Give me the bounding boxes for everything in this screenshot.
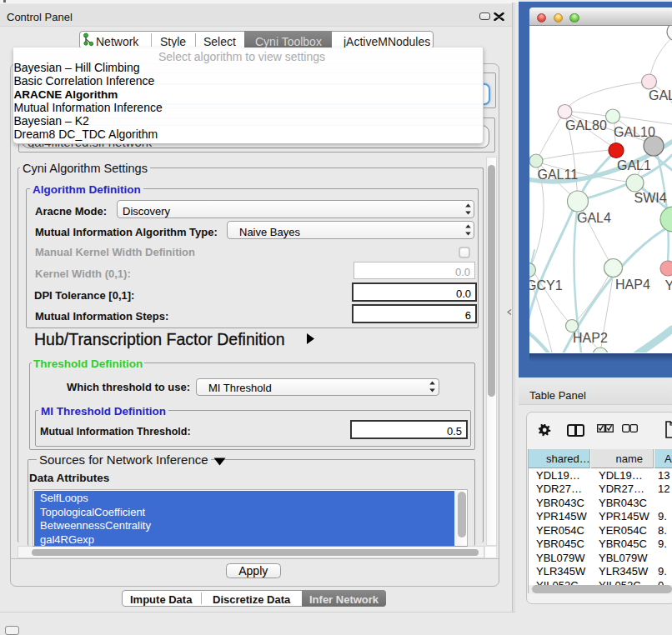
svg-text:GAL4: GAL4 (577, 211, 611, 225)
svg-text:SWI4: SWI4 (634, 191, 667, 205)
svg-text:HAP2: HAP2 (573, 331, 608, 345)
svg-text:GAL80: GAL80 (565, 118, 607, 132)
svg-text:GAL2: GAL2 (649, 88, 672, 102)
svg-text:GAL10: GAL10 (614, 125, 655, 139)
svg-text:GAL1: GAL1 (617, 158, 651, 172)
svg-text:YE: YE (665, 278, 672, 292)
svg-text:GCY1: GCY1 (529, 278, 563, 292)
svg-text:HAP4: HAP4 (615, 278, 650, 292)
svg-text:GAL11: GAL11 (538, 168, 579, 182)
